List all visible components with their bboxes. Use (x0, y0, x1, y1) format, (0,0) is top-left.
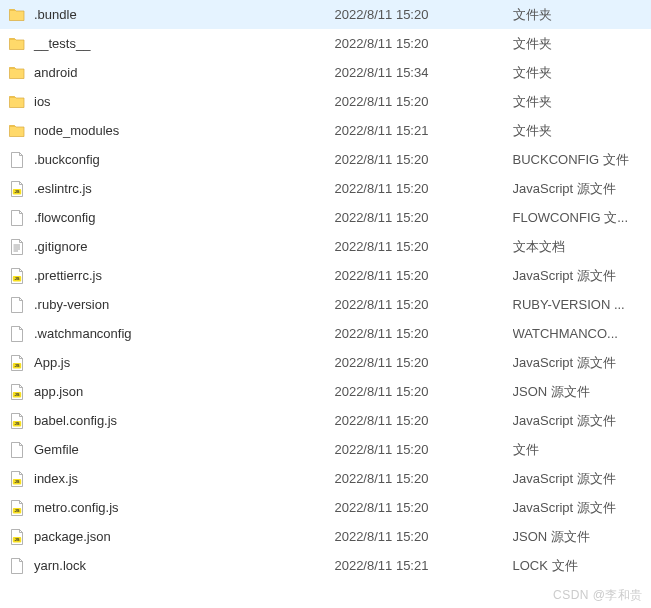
file-date-cell: 2022/8/11 15:21 (334, 123, 512, 138)
file-date-cell: 2022/8/11 15:20 (334, 94, 512, 109)
file-date-cell: 2022/8/11 15:20 (334, 7, 512, 22)
folder-icon (8, 35, 26, 53)
file-name-cell: .gitignore (8, 238, 334, 256)
file-date-cell: 2022/8/11 15:20 (334, 384, 512, 399)
file-type-cell: 文本文档 (513, 238, 651, 256)
file-name-cell: JSapp.json (8, 383, 334, 401)
file-name-label: __tests__ (34, 36, 90, 51)
file-date-cell: 2022/8/11 15:21 (334, 558, 512, 573)
file-row[interactable]: JSindex.js2022/8/11 15:20JavaScript 源文件 (0, 464, 651, 493)
file-row[interactable]: __tests__2022/8/11 15:20文件夹 (0, 29, 651, 58)
file-name-cell: JS.eslintrc.js (8, 180, 334, 198)
file-type-cell: JSON 源文件 (513, 383, 651, 401)
file-type-cell: JSON 源文件 (513, 528, 651, 546)
file-row[interactable]: JSapp.json2022/8/11 15:20JSON 源文件 (0, 377, 651, 406)
file-name-cell: android (8, 64, 334, 82)
file-date-cell: 2022/8/11 15:20 (334, 181, 512, 196)
file-row[interactable]: JSpackage.json2022/8/11 15:20JSON 源文件 (0, 522, 651, 551)
file-name-cell: Gemfile (8, 441, 334, 459)
file-row[interactable]: JSbabel.config.js2022/8/11 15:20JavaScri… (0, 406, 651, 435)
file-row[interactable]: .watchmanconfig2022/8/11 15:20WATCHMANCO… (0, 319, 651, 348)
file-row[interactable]: Gemfile2022/8/11 15:20文件 (0, 435, 651, 464)
js-icon: JS (8, 354, 26, 372)
file-row[interactable]: JSmetro.config.js2022/8/11 15:20JavaScri… (0, 493, 651, 522)
svg-text:JS: JS (14, 189, 19, 194)
folder-icon (8, 6, 26, 24)
file-type-cell: JavaScript 源文件 (513, 180, 651, 198)
js-icon: JS (8, 267, 26, 285)
file-name-cell: JSindex.js (8, 470, 334, 488)
file-name-cell: JSmetro.config.js (8, 499, 334, 517)
file-name-cell: JSApp.js (8, 354, 334, 372)
file-name-label: node_modules (34, 123, 119, 138)
svg-text:JS: JS (14, 479, 19, 484)
file-date-cell: 2022/8/11 15:20 (334, 152, 512, 167)
file-row[interactable]: JSApp.js2022/8/11 15:20JavaScript 源文件 (0, 348, 651, 377)
file-type-cell: JavaScript 源文件 (513, 267, 651, 285)
file-type-cell: 文件夹 (513, 64, 651, 82)
file-type-cell: 文件夹 (513, 6, 651, 24)
file-name-label: ios (34, 94, 51, 109)
file-name-label: .gitignore (34, 239, 87, 254)
file-name-cell: .bundle (8, 6, 334, 24)
file-type-cell: JavaScript 源文件 (513, 470, 651, 488)
file-row[interactable]: .buckconfig2022/8/11 15:20BUCKCONFIG 文件 (0, 145, 651, 174)
file-row[interactable]: ios2022/8/11 15:20文件夹 (0, 87, 651, 116)
file-date-cell: 2022/8/11 15:20 (334, 268, 512, 283)
file-name-cell: __tests__ (8, 35, 334, 53)
file-date-cell: 2022/8/11 15:20 (334, 297, 512, 312)
file-name-label: App.js (34, 355, 70, 370)
file-date-cell: 2022/8/11 15:20 (334, 210, 512, 225)
file-type-cell: JavaScript 源文件 (513, 412, 651, 430)
file-date-cell: 2022/8/11 15:34 (334, 65, 512, 80)
svg-text:JS: JS (14, 537, 19, 542)
folder-icon (8, 64, 26, 82)
file-type-cell: 文件夹 (513, 35, 651, 53)
file-type-cell: 文件夹 (513, 93, 651, 111)
file-name-label: .watchmanconfig (34, 326, 132, 341)
file-name-label: index.js (34, 471, 78, 486)
file-name-label: babel.config.js (34, 413, 117, 428)
file-type-cell: 文件夹 (513, 122, 651, 140)
file-name-cell: .flowconfig (8, 209, 334, 227)
svg-text:JS: JS (14, 363, 19, 368)
file-name-cell: yarn.lock (8, 557, 334, 575)
file-icon (8, 151, 26, 169)
file-row[interactable]: JS.prettierrc.js2022/8/11 15:20JavaScrip… (0, 261, 651, 290)
file-icon (8, 209, 26, 227)
file-name-cell: .buckconfig (8, 151, 334, 169)
js-icon: JS (8, 499, 26, 517)
file-row[interactable]: .flowconfig2022/8/11 15:20FLOWCONFIG 文..… (0, 203, 651, 232)
file-row[interactable]: android2022/8/11 15:34文件夹 (0, 58, 651, 87)
file-type-cell: BUCKCONFIG 文件 (513, 151, 651, 169)
file-icon (8, 296, 26, 314)
watermark: CSDN @李和贵 (553, 587, 643, 604)
svg-text:JS: JS (14, 276, 19, 281)
file-date-cell: 2022/8/11 15:20 (334, 442, 512, 457)
file-name-cell: JSpackage.json (8, 528, 334, 546)
file-icon (8, 557, 26, 575)
file-row[interactable]: .ruby-version2022/8/11 15:20RUBY-VERSION… (0, 290, 651, 319)
file-type-cell: JavaScript 源文件 (513, 499, 651, 517)
file-name-label: .buckconfig (34, 152, 100, 167)
js-icon: JS (8, 470, 26, 488)
file-name-label: .flowconfig (34, 210, 95, 225)
svg-text:JS: JS (14, 508, 19, 513)
file-row[interactable]: yarn.lock2022/8/11 15:21LOCK 文件 (0, 551, 651, 580)
file-type-cell: WATCHMANCO... (513, 326, 651, 341)
file-type-cell: 文件 (513, 441, 651, 459)
file-type-cell: RUBY-VERSION ... (513, 297, 651, 312)
file-name-label: android (34, 65, 77, 80)
file-name-label: .ruby-version (34, 297, 109, 312)
file-row[interactable]: .bundle2022/8/11 15:20文件夹 (0, 0, 651, 29)
file-row[interactable]: .gitignore2022/8/11 15:20文本文档 (0, 232, 651, 261)
file-date-cell: 2022/8/11 15:20 (334, 500, 512, 515)
folder-icon (8, 122, 26, 140)
file-name-label: app.json (34, 384, 83, 399)
file-row[interactable]: JS.eslintrc.js2022/8/11 15:20JavaScript … (0, 174, 651, 203)
file-row[interactable]: node_modules2022/8/11 15:21文件夹 (0, 116, 651, 145)
file-type-cell: LOCK 文件 (513, 557, 651, 575)
file-date-cell: 2022/8/11 15:20 (334, 355, 512, 370)
file-date-cell: 2022/8/11 15:20 (334, 529, 512, 544)
file-name-label: metro.config.js (34, 500, 119, 515)
